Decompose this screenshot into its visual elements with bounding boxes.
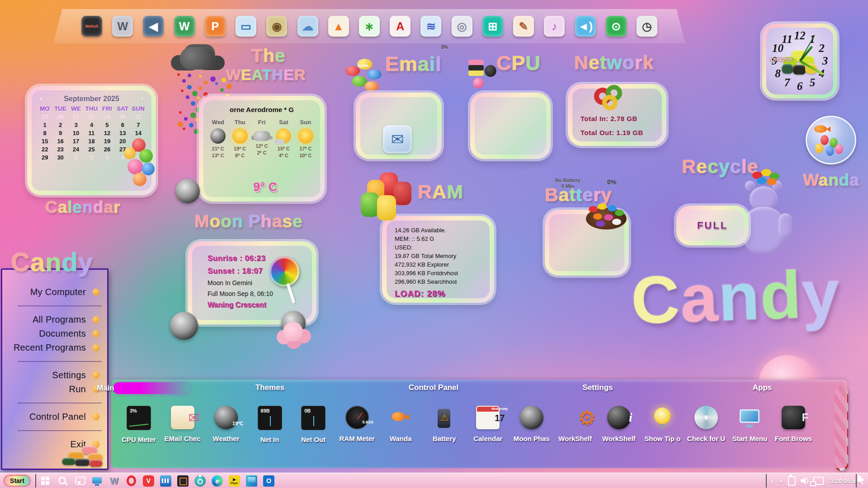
clock-widget[interactable]: 17/09/2025 123456789101112 [762,23,837,99]
calendar-day-cell[interactable]: 22 [37,146,52,153]
outlook-icon[interactable]: O [263,475,274,487]
calendar-day-cell[interactable]: 25 [37,113,52,120]
calendar-prev-button[interactable]: ‹ [40,94,42,103]
dvd-disc-icon[interactable]: ◎ [452,16,472,37]
volume-icon[interactable]: ◄) [575,16,596,37]
vlc-cone-icon[interactable]: ▲ [328,16,349,37]
calendar-day-cell[interactable]: 2 [84,154,99,161]
movies-app-icon[interactable] [246,475,257,487]
usb-icon[interactable] [788,476,796,486]
alarm-clock-icon[interactable]: ◷ [637,16,657,37]
weather-widget[interactable]: orne Aerodrome * G Wed21º C13º CThu19º C… [199,96,325,202]
email-widget[interactable]: ✉ [356,93,442,159]
calendar-day-cell[interactable]: 12 [99,130,115,136]
paint-icon[interactable]: ✎ [513,16,534,37]
chat-icon[interactable] [74,475,85,487]
wordweb-icon[interactable]: W [174,16,195,37]
calendar-day-cell[interactable]: 27 [68,113,84,120]
ram-widget[interactable]: 14.26 GB Available.MEM: :: 5.62 GUSED:19… [382,216,494,303]
nexus-icon[interactable]: NeXuS [81,16,102,37]
calendar-day-cell[interactable]: 2 [52,122,68,128]
dock-item-email-chec[interactable]: ✉EMail Chec [161,406,204,443]
windows-start-icon[interactable] [40,475,51,487]
calendar-day-cell[interactable]: 26 [99,146,115,153]
media-player-icon[interactable]: ▶Player [229,475,240,487]
menu-item-run[interactable]: Run [2,382,107,396]
dock-item-show-tip-o[interactable]: Show Tip o [641,406,684,443]
music-note-icon[interactable]: ♪ [544,16,565,37]
search-icon[interactable] [57,475,68,487]
calendar-day-cell[interactable]: 15 [37,138,52,145]
menu-item-recent-programs[interactable]: Recent Programs [2,341,107,355]
windows-icon[interactable]: ⊞ [482,16,503,37]
display-icon[interactable]: ▭ [236,16,256,37]
dock-item-calendar[interactable]: Wednesday17Calendar [467,406,509,443]
dock-item-battery[interactable]: Battery [423,406,466,443]
calendar-day-cell[interactable]: 29 [37,154,52,161]
cloud-download-icon[interactable]: ☁ [297,16,318,37]
calendar-day-cell[interactable]: 25 [84,146,99,153]
adobe-icon[interactable] [177,475,189,487]
calendar-day-cell[interactable]: 30 [52,154,68,161]
calendar-day-cell[interactable]: 10 [68,130,84,136]
calendar-day-cell[interactable]: 16 [52,138,68,145]
calendar-day-cell[interactable]: 18 [84,138,99,145]
calendar-day-cell[interactable]: 3 [99,154,115,161]
calendar-day-cell[interactable]: 8 [37,130,52,136]
calendar-day-cell[interactable]: 11 [84,130,99,136]
dock-item-workshelf[interactable]: iWorkShelf [598,406,640,443]
dock-section-control-panel[interactable]: Control Panel [409,383,459,392]
dock-item-check-for-u[interactable]: Check for U [685,406,727,443]
menu-item-all-programs[interactable]: All Programs [2,313,107,327]
stopwatch-icon[interactable] [194,475,206,487]
power-icon[interactable]: ⊙ [606,16,627,37]
calendar-day-cell[interactable]: 1 [68,154,84,161]
cpu-widget[interactable] [470,93,551,159]
calendar-day-cell[interactable]: 3 [68,122,84,128]
calendar-day-cell[interactable]: 1 [37,122,52,128]
calendar-day-cell[interactable]: 29 [99,113,115,120]
dock-item-net-out[interactable]: 0BNet Out [292,406,335,443]
dock-section-settings[interactable]: Settings [582,383,613,392]
start-button[interactable]: Start [4,475,31,487]
dock-item-ram-meter[interactable]: 5.61GRAM Meter [336,406,378,443]
calendar-day-cell[interactable]: 23 [52,146,68,153]
dock-item-start-menu[interactable]: Start Menu [728,406,771,443]
media-waves-icon[interactable]: ≋ [420,16,441,37]
calendar-day-cell[interactable]: 28 [84,113,99,120]
opera-icon[interactable] [126,475,137,487]
calendar-day-cell[interactable]: 5 [99,122,115,128]
calendar-day-cell[interactable]: 19 [99,138,115,145]
back-arrow-icon[interactable]: ◀ [143,16,164,37]
vivaldi-icon[interactable]: V [143,475,154,487]
dock-item-net-in[interactable]: 89BNet In [249,406,291,443]
calendar-day-cell[interactable]: 7 [131,122,146,128]
email-envelope-icon[interactable]: ✉ [383,125,412,153]
dock-item-cpu-meter[interactable]: 3%CPU Meter [118,406,160,443]
calendar-day-cell[interactable]: 24 [68,146,84,153]
network-tray-icon[interactable] [813,477,824,485]
menu-item-control-panel[interactable]: Control Panel [2,410,107,424]
edge-icon[interactable]: e [212,475,223,487]
calendar-day-cell[interactable]: 17 [68,138,84,145]
dock-section-apps[interactable]: Apps [753,383,772,392]
scribble-ball-icon[interactable]: ∗ [359,16,380,37]
wanda-fishbowl-image[interactable] [806,116,856,164]
calendar-day-cell[interactable]: 9 [52,130,68,136]
dock-item-moon-phas[interactable]: Moon Phas [510,406,553,443]
dock-item-weather[interactable]: 19ºCWeather [205,406,247,443]
menu-item-settings[interactable]: Settings [2,368,107,382]
wings3d-icon[interactable]: W [112,16,133,37]
adobe-reader-icon[interactable]: A [390,16,410,37]
tray-plus-icon[interactable]: + [779,477,783,485]
wordweb-icon[interactable]: W [108,475,120,487]
display-settings-icon[interactable] [91,475,103,487]
dock-item-workshelf[interactable]: ⚙WorkShelf [554,406,596,443]
dock-section-main[interactable]: Main [97,384,114,393]
dock-item-font-brows[interactable]: FFont Brows [772,406,815,443]
recycle-bin-widget[interactable]: FULL [676,206,749,245]
film-reel-icon[interactable]: ◉ [266,16,287,37]
tray-expand-icon[interactable]: ‹ [771,476,774,486]
calendar-next-button[interactable]: › [141,94,143,103]
calendar-day-cell[interactable]: 31 [131,113,146,120]
